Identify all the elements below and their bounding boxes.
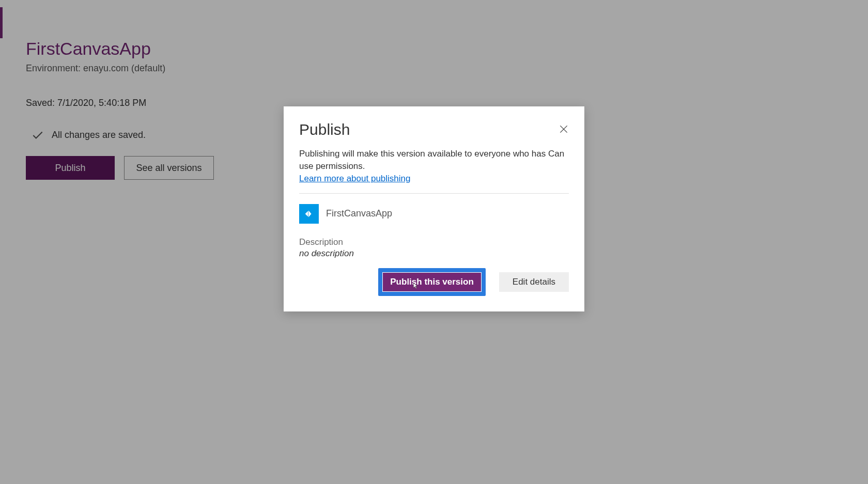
publish-button-highlight: Publish this version — [378, 268, 486, 296]
publish-modal: Publish Publishing will make this versio… — [284, 106, 584, 311]
description-label: Description — [299, 237, 569, 247]
modal-app-name: FirstCanvasApp — [326, 208, 392, 219]
modal-button-row: Publish this version Edit details — [299, 268, 569, 296]
modal-header: Publish — [299, 121, 569, 138]
svg-marker-2 — [305, 211, 308, 216]
svg-marker-3 — [308, 210, 312, 217]
modal-title: Publish — [299, 121, 350, 138]
close-icon — [559, 124, 569, 134]
modal-description: Publishing will make this version availa… — [299, 148, 569, 173]
learn-more-link[interactable]: Learn more about publishing — [299, 174, 410, 184]
close-button[interactable] — [556, 122, 571, 138]
app-icon — [299, 204, 319, 224]
edit-details-button[interactable]: Edit details — [499, 272, 569, 292]
modal-overlay[interactable]: Publish Publishing will make this versio… — [0, 0, 868, 484]
powerapps-icon — [303, 208, 315, 220]
app-info-row: FirstCanvasApp — [299, 204, 569, 224]
description-value: no description — [299, 248, 569, 259]
publish-this-version-label: Publish this version — [390, 277, 474, 287]
publish-this-version-button[interactable]: Publish this version — [382, 272, 482, 292]
modal-divider — [299, 193, 569, 194]
